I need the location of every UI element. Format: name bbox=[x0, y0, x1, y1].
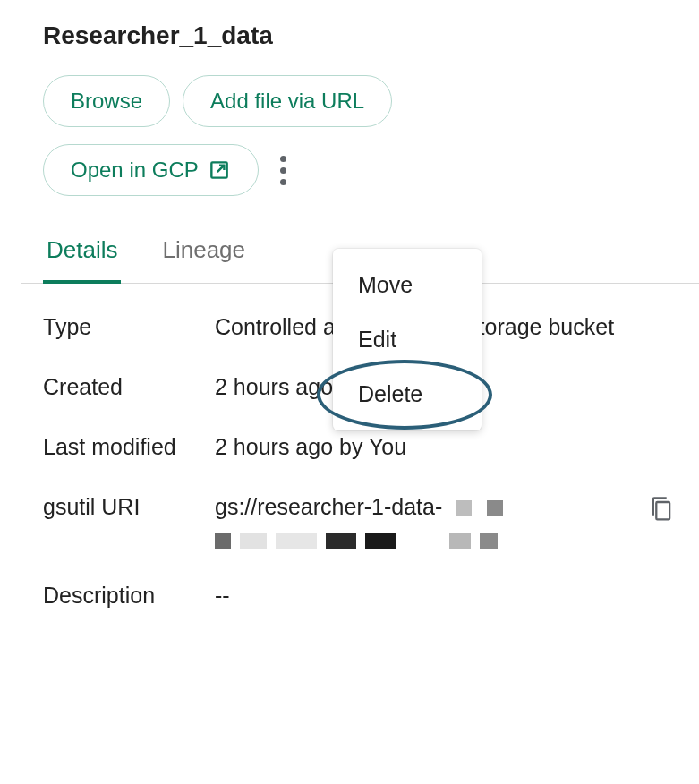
add-file-url-label: Add file via URL bbox=[210, 89, 364, 114]
tab-lineage[interactable]: Lineage bbox=[158, 222, 249, 284]
menu-item-delete[interactable]: Delete bbox=[333, 367, 482, 422]
gsutil-value: gs://researcher-1-data- bbox=[215, 494, 442, 519]
created-label: Created bbox=[43, 374, 215, 400]
redacted-segment bbox=[240, 533, 267, 549]
external-link-icon bbox=[208, 158, 231, 182]
modified-value: 2 hours ago by You bbox=[215, 434, 674, 460]
type-label: Type bbox=[43, 314, 215, 340]
detail-row-description: Description -- bbox=[43, 583, 674, 609]
gsutil-value-container: gs://researcher-1-data- bbox=[215, 494, 674, 549]
redacted-segment bbox=[276, 533, 317, 549]
kebab-icon bbox=[280, 156, 286, 185]
redacted-segment bbox=[456, 500, 472, 516]
menu-item-edit[interactable]: Edit bbox=[333, 312, 482, 367]
description-value: -- bbox=[215, 583, 674, 609]
modified-label: Last modified bbox=[43, 434, 215, 460]
redacted-segment bbox=[215, 533, 231, 549]
redacted-line bbox=[215, 533, 629, 549]
redacted-segment bbox=[365, 533, 396, 549]
tab-details[interactable]: Details bbox=[43, 222, 121, 284]
action-row-2: Open in GCP bbox=[21, 140, 699, 200]
detail-row-modified: Last modified 2 hours ago by You bbox=[43, 434, 674, 460]
more-actions-button[interactable] bbox=[264, 140, 303, 200]
open-in-gcp-button[interactable]: Open in GCP bbox=[43, 144, 259, 196]
add-file-url-button[interactable]: Add file via URL bbox=[183, 75, 392, 127]
gsutil-label: gsutil URI bbox=[43, 494, 215, 520]
browse-button[interactable]: Browse bbox=[43, 75, 170, 127]
redacted-segment bbox=[405, 533, 440, 549]
copy-icon bbox=[649, 495, 679, 524]
redacted-segment bbox=[326, 533, 356, 549]
detail-row-gsutil: gsutil URI gs://researcher-1-data- bbox=[43, 494, 674, 549]
description-label: Description bbox=[43, 583, 215, 609]
menu-item-move[interactable]: Move bbox=[333, 258, 482, 312]
redacted-segment bbox=[487, 500, 503, 516]
action-row-1: Browse Add file via URL bbox=[21, 75, 699, 127]
more-actions-menu: Move Edit Delete bbox=[333, 249, 482, 430]
copy-button[interactable] bbox=[649, 494, 679, 524]
redacted-segment bbox=[449, 533, 471, 549]
svg-rect-1 bbox=[656, 502, 669, 519]
menu-item-delete-label: Delete bbox=[358, 381, 422, 406]
page-title: Researcher_1_data bbox=[21, 21, 699, 50]
browse-label: Browse bbox=[71, 89, 142, 114]
redacted-segment bbox=[480, 533, 498, 549]
open-in-gcp-label: Open in GCP bbox=[71, 158, 199, 183]
